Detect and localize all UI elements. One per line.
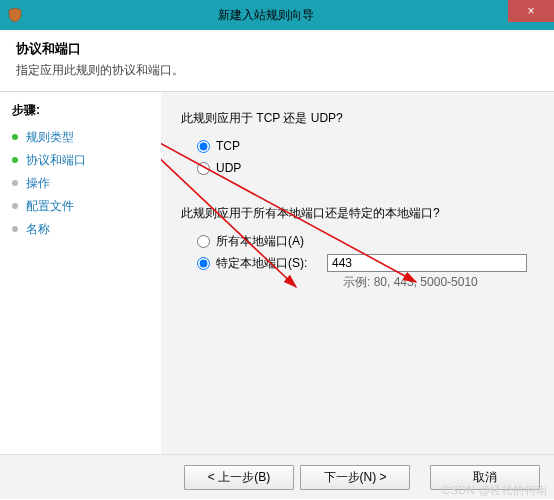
- udp-label: UDP: [216, 161, 241, 175]
- bullet-icon: [12, 157, 18, 163]
- step-label: 配置文件: [26, 198, 74, 215]
- app-icon: [6, 6, 24, 24]
- all-ports-label: 所有本地端口(A): [216, 233, 304, 250]
- step-profile[interactable]: 配置文件: [12, 196, 160, 216]
- step-protocol-port[interactable]: 协议和端口: [12, 150, 160, 170]
- main-panel: 此规则应用于 TCP 还是 UDP? TCP UDP 此规则应用于所有本地端口还…: [160, 92, 554, 454]
- window-title: 新建入站规则向导: [24, 7, 508, 24]
- next-button[interactable]: 下一步(N) >: [300, 465, 410, 490]
- wizard-window: 新建入站规则向导 × 协议和端口 指定应用此规则的协议和端口。 步骤: 规则类型…: [0, 0, 554, 500]
- step-name[interactable]: 名称: [12, 219, 160, 239]
- specific-ports-input[interactable]: [327, 254, 527, 272]
- steps-sidebar: 步骤: 规则类型 协议和端口 操作 配置文件 名称: [0, 92, 160, 454]
- bullet-icon: [12, 134, 18, 140]
- close-button[interactable]: ×: [508, 0, 554, 22]
- radio-tcp[interactable]: TCP: [197, 137, 536, 155]
- steps-heading: 步骤:: [12, 102, 160, 119]
- tcp-label: TCP: [216, 139, 240, 153]
- port-example: 示例: 80, 443, 5000-5010: [343, 274, 536, 291]
- step-label: 操作: [26, 175, 50, 192]
- all-ports-radio-input[interactable]: [197, 235, 210, 248]
- step-rule-type[interactable]: 规则类型: [12, 127, 160, 147]
- page-title: 协议和端口: [16, 40, 538, 58]
- bullet-icon: [12, 226, 18, 232]
- specific-ports-label: 特定本地端口(S):: [216, 255, 307, 272]
- bullet-icon: [12, 203, 18, 209]
- specific-ports-radio-input[interactable]: [197, 257, 210, 270]
- port-question: 此规则应用于所有本地端口还是特定的本地端口?: [181, 205, 536, 222]
- wizard-body: 步骤: 规则类型 协议和端口 操作 配置文件 名称 此规则应用于 TCP 还是 …: [0, 92, 554, 454]
- step-action[interactable]: 操作: [12, 173, 160, 193]
- close-icon: ×: [527, 4, 534, 18]
- titlebar: 新建入站规则向导 ×: [0, 0, 554, 30]
- bullet-icon: [12, 180, 18, 186]
- protocol-question: 此规则应用于 TCP 还是 UDP?: [181, 110, 536, 127]
- udp-radio-input[interactable]: [197, 162, 210, 175]
- step-label: 名称: [26, 221, 50, 238]
- tcp-radio-input[interactable]: [197, 140, 210, 153]
- steps-list: 规则类型 协议和端口 操作 配置文件 名称: [12, 127, 160, 239]
- step-label: 规则类型: [26, 129, 74, 146]
- step-label: 协议和端口: [26, 152, 86, 169]
- radio-all-ports[interactable]: 所有本地端口(A): [197, 232, 536, 250]
- wizard-header: 协议和端口 指定应用此规则的协议和端口。: [0, 30, 554, 91]
- radio-specific-ports[interactable]: 特定本地端口(S):: [197, 255, 327, 272]
- back-button[interactable]: < 上一步(B): [184, 465, 294, 490]
- radio-udp[interactable]: UDP: [197, 159, 536, 177]
- page-subtitle: 指定应用此规则的协议和端口。: [16, 62, 538, 79]
- watermark: CSDN @轻松的柯南: [442, 483, 548, 498]
